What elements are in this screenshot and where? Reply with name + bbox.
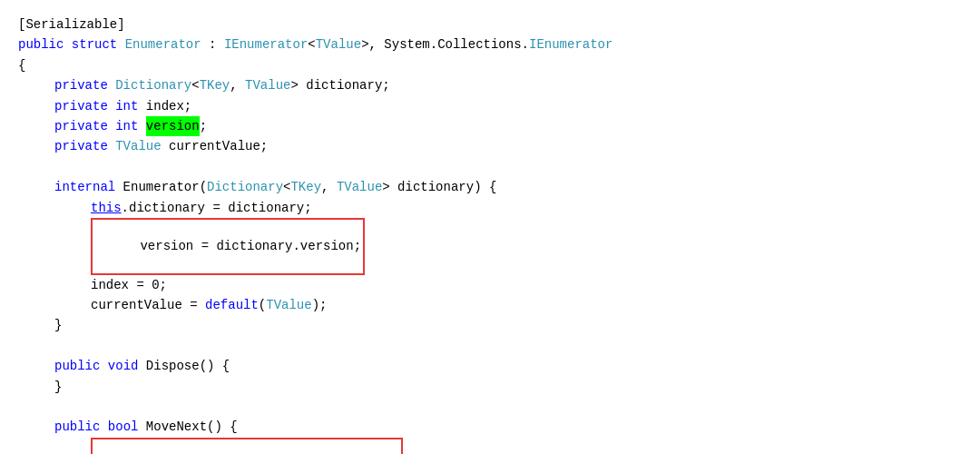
- code-line-10: this .dictionary = dictionary;: [18, 198, 962, 218]
- code-line-13: currentValue = default ( TValue );: [18, 295, 962, 315]
- if-version-boxed: if (version != dictionary.version) {: [91, 438, 403, 454]
- interface-ienumerator: IEnumerator: [224, 35, 308, 54]
- code-line-16: public void Dispose() {: [18, 356, 962, 376]
- code-line-15: [18, 336, 962, 356]
- version-highlighted: version: [146, 116, 200, 136]
- type-enumerator: Enumerator: [125, 35, 201, 54]
- code-line-3: {: [18, 55, 962, 75]
- interface-ienumerator2: IEnumerator: [529, 35, 612, 54]
- code-line-1: [Serializable]: [18, 15, 962, 35]
- code-line-7: private TValue currentValue;: [18, 136, 962, 156]
- kw-public: public: [18, 35, 64, 54]
- kw-struct: struct: [72, 35, 117, 54]
- code-line-8: [18, 157, 962, 177]
- code-line-20: if (version != dictionary.version) {: [18, 438, 962, 454]
- code-line-18: [18, 397, 962, 417]
- code-container: [Serializable] public struct Enumerator …: [0, 0, 980, 454]
- code-line-4: private Dictionary < TKey , TValue > dic…: [18, 75, 962, 95]
- code-line-14: }: [18, 315, 962, 335]
- code-line-12: index = 0;: [18, 275, 962, 295]
- version-assignment-boxed: version = dictionary.version;: [91, 218, 365, 275]
- attribute-serializable: [Serializable]: [18, 15, 125, 35]
- code-line-9: internal Enumerator( Dictionary < TKey ,…: [18, 177, 962, 197]
- type-tvalue: TValue: [316, 35, 361, 54]
- code-line-19: public bool MoveNext() {: [18, 417, 962, 437]
- kw-this: this: [91, 198, 122, 218]
- kw-internal: internal: [54, 177, 115, 197]
- code-line-5: private int index;: [18, 96, 962, 116]
- code-line-6: private int version ;: [18, 116, 962, 136]
- code-line-11: version = dictionary.version;: [18, 218, 962, 275]
- code-line-2: public struct Enumerator : IEnumerator <…: [18, 35, 962, 54]
- code-line-17: }: [18, 377, 962, 397]
